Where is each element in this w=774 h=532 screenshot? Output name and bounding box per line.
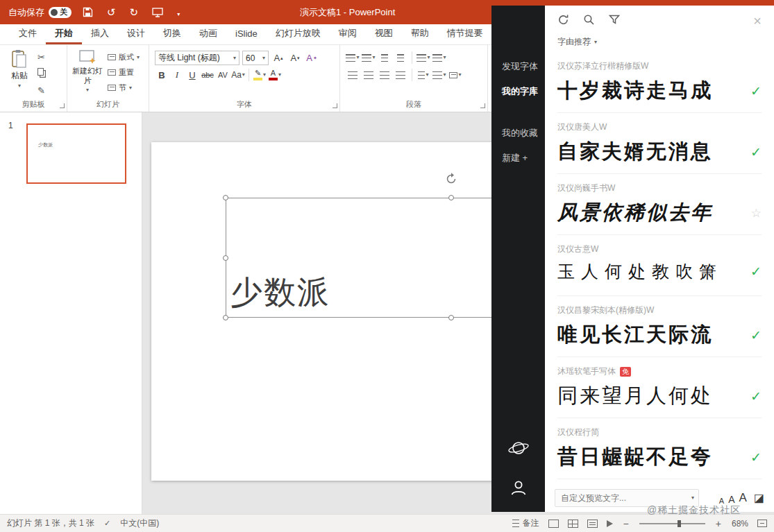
decrease-font-size-button[interactable]: A▾ <box>288 51 302 65</box>
textbox-text[interactable]: 少数派 <box>230 271 330 314</box>
undo-button[interactable]: ↺ <box>104 6 119 19</box>
tab-视图[interactable]: 视图 <box>366 24 402 44</box>
text-direction-button[interactable]: ▾ <box>417 51 430 65</box>
recommend-dropdown[interactable]: 字由推荐 ▾ <box>545 36 774 52</box>
convert-to-smartart-button[interactable]: ▾ <box>448 68 462 82</box>
language-button[interactable]: 中文(中国) <box>120 517 159 529</box>
align-right-button[interactable] <box>378 68 392 82</box>
close-panel-button[interactable]: × <box>753 14 762 28</box>
font-status-icon[interactable]: ☆ <box>751 206 762 221</box>
autosave-switch[interactable]: 关 <box>49 7 71 18</box>
align-left-button[interactable] <box>346 68 360 82</box>
align-text-button[interactable]: ▾ <box>432 51 446 65</box>
tab-幻灯片放映[interactable]: 幻灯片放映 <box>267 24 330 44</box>
section-button[interactable]: 节▾ <box>108 83 140 93</box>
quick-access-toolbar-caret[interactable]: ▾ <box>174 6 183 19</box>
paragraph-dialog-launcher[interactable] <box>480 103 485 108</box>
redo-button[interactable]: ↻ <box>127 6 142 19</box>
contrast-toggle-button[interactable]: ◪ <box>754 492 764 504</box>
font-size-select[interactable]: 60▾ <box>242 51 269 65</box>
slideshow-from-start-button[interactable] <box>149 6 166 19</box>
save-button[interactable] <box>80 6 96 19</box>
zoom-percent[interactable]: 68% <box>732 519 748 529</box>
zoom-in-button[interactable]: + <box>714 519 723 529</box>
reset-button[interactable]: 重置 <box>108 67 140 78</box>
tab-iSlide[interactable]: iSlide <box>226 24 267 44</box>
numbering-button[interactable]: ▾ <box>362 51 376 65</box>
layout-button[interactable]: 版式▾ <box>108 52 140 62</box>
resize-handle-bottom-middle[interactable] <box>448 315 454 320</box>
decrease-indent-button[interactable] <box>378 51 392 65</box>
bullets-button[interactable]: ▾ <box>346 51 360 65</box>
font-list-item[interactable]: 沐瑶软笔手写体 免 同来望月人何处 ✓ <box>557 357 762 418</box>
resize-handle-bottom-left[interactable] <box>223 315 228 320</box>
increase-font-size-button[interactable]: A▴ <box>271 51 285 65</box>
planet-button[interactable] <box>507 437 530 461</box>
fit-to-window-button[interactable] <box>757 520 767 527</box>
font-name-select[interactable]: 等线 Light (标题)▾ <box>155 51 239 65</box>
notes-button[interactable]: 备注 <box>512 517 539 529</box>
tab-文件[interactable]: 文件 <box>10 24 46 44</box>
zoom-out-button[interactable]: − <box>622 519 630 529</box>
font-dialog-launcher[interactable] <box>333 103 337 108</box>
bold-button[interactable]: B <box>155 68 169 82</box>
paste-button[interactable]: 粘贴 ▾ <box>7 49 32 89</box>
change-case-button[interactable]: Aa▾ <box>231 68 245 82</box>
slide-sorter-view-button[interactable] <box>568 520 578 528</box>
plugin-nav-item[interactable]: 我的收藏 <box>491 121 545 146</box>
font-list-item[interactable]: 汉仪古意W 玉人何处教吹箫 ✓ <box>557 235 762 296</box>
font-status-icon[interactable]: ✓ <box>750 388 762 404</box>
zoom-slider[interactable] <box>639 523 705 524</box>
tab-设计[interactable]: 设计 <box>118 24 154 44</box>
line-spacing-button[interactable]: ▾ <box>432 68 446 82</box>
tab-开始[interactable]: 开始 <box>46 24 82 44</box>
underline-button[interactable]: U <box>185 68 199 82</box>
zoom-slider-thumb[interactable] <box>678 520 681 527</box>
font-status-icon[interactable]: ✓ <box>750 327 762 343</box>
align-center-button[interactable] <box>362 68 376 82</box>
columns-button[interactable]: ▾ <box>417 68 430 82</box>
preview-size-3[interactable]: A <box>739 491 747 505</box>
normal-view-button[interactable] <box>548 520 559 528</box>
format-painter-button[interactable]: ✎ <box>37 85 46 96</box>
new-slide-button[interactable]: 新建幻灯片 ▾ <box>70 49 105 93</box>
font-status-icon[interactable]: ✓ <box>750 144 762 160</box>
plugin-nav-item[interactable]: 新建 + <box>491 146 545 171</box>
font-list-item[interactable]: 汉仪苏泽立行楷精修版W 十岁裁诗走马成 ✓ <box>557 52 762 113</box>
character-spacing-button[interactable]: AV <box>216 68 230 82</box>
font-status-icon[interactable]: ✓ <box>750 83 762 99</box>
tab-审阅[interactable]: 审阅 <box>330 24 366 44</box>
copy-button[interactable] <box>37 68 46 80</box>
font-list-item[interactable]: 汉仪程行简 昔日龌龊不足夸 ✓ <box>557 418 762 479</box>
italic-button[interactable]: I <box>170 68 184 82</box>
account-button[interactable] <box>509 478 528 499</box>
resize-handle-top-left[interactable] <box>223 195 228 200</box>
font-list-item[interactable]: 汉仪唐美人W 自家夫婿无消息 ✓ <box>557 113 762 174</box>
resize-handle-top-middle[interactable] <box>448 195 454 200</box>
strikethrough-button[interactable]: abc <box>201 68 214 82</box>
font-status-icon[interactable]: ✓ <box>750 264 762 280</box>
increase-indent-button[interactable] <box>394 51 407 65</box>
autosave-toggle[interactable]: 自动保存 关 <box>8 6 71 19</box>
tab-帮助[interactable]: 帮助 <box>402 24 438 44</box>
preview-size-2[interactable]: A <box>728 494 734 505</box>
search-button[interactable] <box>583 14 595 28</box>
tab-切换[interactable]: 切换 <box>154 24 190 44</box>
spellcheck-button[interactable]: ✓ <box>104 519 110 528</box>
font-list-item[interactable]: 汉仪尚巍手书W 风景依稀似去年 ☆ <box>557 174 762 235</box>
clear-formatting-button[interactable]: A✦ <box>305 51 319 65</box>
clipboard-dialog-launcher[interactable] <box>60 103 65 108</box>
refresh-button[interactable] <box>557 14 569 28</box>
tab-动画[interactable]: 动画 <box>190 24 226 44</box>
filter-button[interactable] <box>609 15 620 28</box>
text-highlight-button[interactable]: ✎▾ <box>253 68 267 82</box>
reading-view-button[interactable] <box>587 520 598 528</box>
plugin-nav-item[interactable]: 发现字体 <box>491 54 545 79</box>
rotate-handle[interactable] <box>444 172 458 189</box>
justify-button[interactable] <box>394 68 407 82</box>
slideshow-view-button[interactable] <box>607 520 613 527</box>
tab-情节提要[interactable]: 情节提要 <box>438 24 492 44</box>
font-color-button[interactable]: A▾ <box>268 68 282 82</box>
tab-插入[interactable]: 插入 <box>82 24 118 44</box>
cut-button[interactable]: ✂ <box>37 52 46 62</box>
